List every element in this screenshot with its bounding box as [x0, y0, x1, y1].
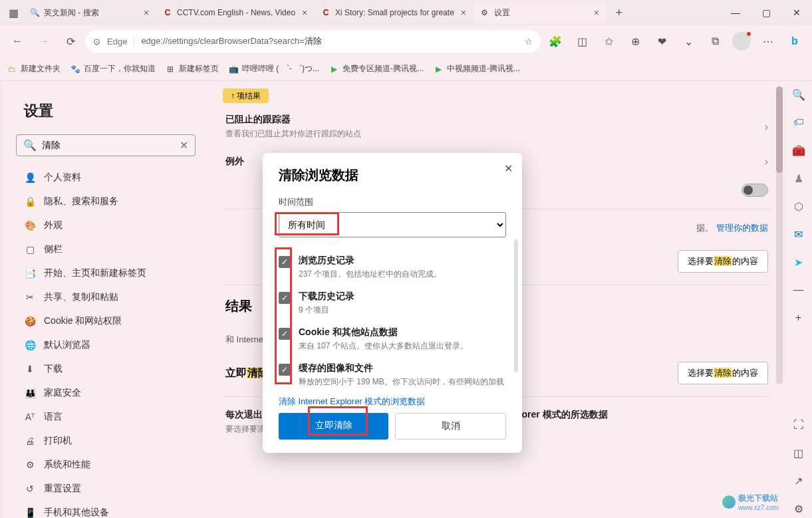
checkbox-checked-icon[interactable]: ✓ — [279, 328, 291, 340]
open-rail-icon[interactable]: ↗ — [789, 471, 808, 490]
close-icon[interactable]: × — [591, 7, 602, 18]
sidebar-item-icon: 🎨 — [24, 220, 36, 231]
screenshot-icon[interactable]: ⧉ — [703, 29, 727, 53]
sidebar-item-label: 共享、复制和粘贴 — [44, 291, 118, 303]
dialog-close-icon[interactable]: ✕ — [504, 162, 513, 175]
tools-rail-icon[interactable]: 🧰 — [789, 141, 808, 160]
more-icon[interactable]: ⋯ — [756, 29, 780, 53]
search-input[interactable] — [42, 140, 180, 151]
exceptions-title: 例外 — [225, 156, 244, 168]
sidebar-item[interactable]: 🖨打印机 — [16, 429, 196, 453]
sidebar-item[interactable]: 📑开始、主页和新建标签页 — [16, 261, 196, 285]
checkbox-checked-icon[interactable]: ✓ — [279, 364, 291, 376]
search-rail-icon[interactable]: 🔍 — [789, 85, 808, 104]
checklist-row[interactable]: ✓浏览历史记录237 个项目。包括地址栏中的自动完成。 — [279, 249, 506, 285]
toolbar: ← → ⟳ ⊙ Edge edge://settings/clearBrowse… — [0, 25, 812, 57]
health-icon[interactable]: ❤ — [650, 29, 674, 53]
choose-clear-button[interactable]: 选择要清除的内容 — [678, 250, 768, 273]
chevron-right-icon[interactable]: › — [765, 156, 768, 168]
sidebar-item[interactable]: ⚙系统和性能 — [16, 453, 196, 477]
tab-3[interactable]: C Xi Story: Small projects for greate × — [315, 2, 474, 23]
minimize-button[interactable]: — — [720, 0, 751, 25]
bookmark-bilibili[interactable]: 📺哔哩哔哩 ( ゜- ゜)つ... — [228, 63, 319, 74]
sidebar-item[interactable]: 🍪Cookie 和网站权限 — [16, 309, 196, 333]
checklist-row[interactable]: ✓缓存的图像和文件释放的空间小于 199 MB。你下次访问时，有些网站的加载 — [279, 357, 506, 389]
sidebar-item[interactable]: 👪家庭安全 — [16, 381, 196, 405]
sidebar-item[interactable]: 👤个人资料 — [16, 166, 196, 190]
settings-rail-icon[interactable]: ⚙ — [789, 499, 808, 518]
bookmark-tencent1[interactable]: ▶免费专区频道-腾讯视... — [329, 63, 424, 74]
manage-data-link[interactable]: 管理你的数据 — [716, 223, 768, 233]
office-rail-icon[interactable]: ⬡ — [789, 197, 808, 215]
choose-clear-button-2[interactable]: 选择要清除的内容 — [678, 362, 768, 384]
sidebar-item[interactable]: 🎨外观 — [16, 213, 196, 237]
sidebar-item-label: 打印机 — [44, 435, 72, 447]
extensions-icon[interactable]: 🧩 — [543, 29, 567, 53]
refresh-button[interactable]: ⟳ — [59, 29, 82, 53]
shopping-rail-icon[interactable]: 🏷 — [789, 113, 808, 132]
bookmarks-bar: 🗀新建文件夹 🐾百度一下，你就知道 ⊞新建标签页 📺哔哩哔哩 ( ゜- ゜)つ.… — [0, 57, 812, 81]
time-range-select[interactable]: 所有时间 — [279, 212, 506, 237]
clear-ie-link[interactable]: 清除 Internet Explorer 模式的浏览数据 — [279, 396, 506, 408]
bing-icon[interactable]: b — [783, 29, 807, 53]
sidebar-item[interactable]: ✂共享、复制和粘贴 — [16, 285, 196, 309]
bookmark-folder[interactable]: 🗀新建文件夹 — [7, 63, 61, 74]
close-button[interactable]: ✕ — [781, 0, 812, 25]
cancel-button[interactable]: 取消 — [395, 413, 506, 440]
bookmark-tencent2[interactable]: ▶中视频频道-腾讯视... — [433, 63, 520, 74]
tab-4-active[interactable]: ⚙ 设置 × — [474, 2, 607, 23]
close-icon[interactable]: × — [141, 7, 152, 18]
favorite-icon[interactable]: ☆ — [525, 37, 533, 47]
send-rail-icon[interactable]: ➤ — [789, 253, 808, 271]
search-icon: 🔍 — [23, 139, 37, 152]
tab-1[interactable]: 🔍 英文新闻 - 搜索 × — [24, 2, 157, 23]
checkbox-checked-icon[interactable]: ✓ — [279, 256, 291, 268]
checklist-row[interactable]: ✓Cookie 和其他站点数据来自 107 个站点。使你从大多数站点退出登录。 — [279, 321, 506, 357]
tab-actions-icon[interactable]: ▦ — [3, 2, 24, 23]
rail-divider: — — [789, 281, 808, 299]
newtab-icon: ⊞ — [165, 64, 176, 74]
new-tab-button[interactable]: + — [610, 3, 628, 22]
chevron-right-icon[interactable]: › — [765, 121, 768, 133]
outlook-rail-icon[interactable]: ✉ — [789, 225, 808, 243]
back-button[interactable]: ← — [5, 29, 29, 53]
bookmark-label: 哔哩哔哩 ( ゜- ゜)つ... — [242, 63, 319, 74]
sidebar-item-label: 系统和性能 — [44, 459, 90, 471]
sidebar-item[interactable]: ⬇下载 — [16, 357, 196, 381]
checklist-row[interactable]: ✓下载历史记录9 个项目 — [279, 285, 506, 321]
screenshot-rail-icon[interactable]: ⛶ — [789, 416, 808, 434]
split-icon[interactable]: ◫ — [570, 29, 594, 53]
address-bar[interactable]: ⊙ Edge edge://settings/clearBrowserData?… — [85, 30, 541, 53]
sidebar-item[interactable]: Aᵀ语言 — [16, 405, 196, 429]
sidebar-item-icon: 👤 — [24, 172, 36, 183]
bookmark-baidu[interactable]: 🐾百度一下，你就知道 — [70, 63, 156, 74]
performance-icon[interactable]: ⌄ — [676, 29, 700, 53]
bookmark-newtab[interactable]: ⊞新建标签页 — [165, 63, 219, 74]
close-icon[interactable]: × — [458, 7, 469, 18]
clear-icon[interactable]: ✕ — [180, 139, 188, 152]
sidebar-item[interactable]: 📱手机和其他设备 — [16, 501, 196, 518]
time-range-label: 时间范围 — [279, 196, 506, 208]
maximize-button[interactable]: ▢ — [751, 0, 781, 25]
close-icon[interactable]: × — [299, 7, 310, 18]
tab-2[interactable]: C CCTV.com English - News, Video × — [157, 2, 315, 23]
panel-rail-icon[interactable]: ◫ — [789, 444, 808, 462]
sidebar-item[interactable]: 🌐默认浏览器 — [16, 333, 196, 357]
dialog-scrollbar[interactable] — [514, 239, 518, 372]
favorites-icon[interactable]: ✩ — [597, 29, 620, 53]
play-icon: ▶ — [329, 64, 339, 74]
toggle-switch[interactable] — [742, 184, 768, 197]
confirm-clear-button[interactable]: 立即清除 — [279, 413, 388, 440]
sidebar-item[interactable]: ↺重置设置 — [16, 477, 196, 501]
collections-icon[interactable]: ⊕ — [623, 29, 647, 53]
sidebar-item[interactable]: 🔒隐私、搜索和服务 — [16, 190, 196, 213]
checkbox-checked-icon[interactable]: ✓ — [279, 292, 291, 304]
bilibili-icon: 📺 — [228, 64, 239, 74]
sidebar-item[interactable]: ▢侧栏 — [16, 237, 196, 261]
games-rail-icon[interactable]: ♟ — [789, 169, 808, 188]
profile-avatar[interactable] — [732, 32, 751, 51]
cctv-icon: C — [162, 7, 173, 18]
content-scrollbar[interactable] — [776, 86, 783, 384]
add-rail-icon[interactable]: + — [789, 309, 808, 327]
settings-search[interactable]: 🔍 ✕ — [16, 134, 196, 156]
